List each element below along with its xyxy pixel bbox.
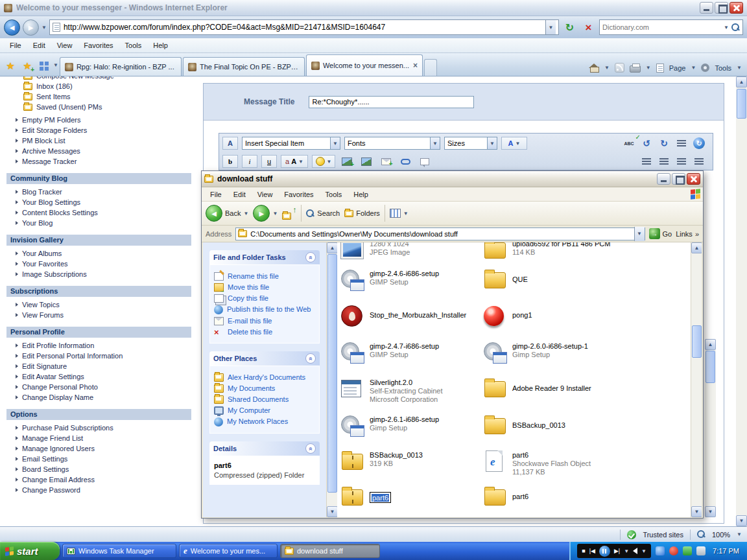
scroll-up-icon[interactable]: ▲ xyxy=(327,242,338,253)
next-track-icon[interactable]: ▶| xyxy=(614,548,620,554)
scroll-thumb[interactable] xyxy=(327,254,337,493)
sidebar-link[interactable]: Change Personal Photo xyxy=(6,382,191,392)
back-icon[interactable]: ◀ xyxy=(4,19,20,36)
numbered-list-icon[interactable] xyxy=(639,155,654,168)
file-list-scrollbar[interactable]: ▲ ▼ xyxy=(691,242,702,517)
task-pane-scrollbar[interactable]: ▲ ▼ xyxy=(326,242,337,517)
minimize-button[interactable] xyxy=(700,2,713,14)
file-item[interactable]: Silverlight.2.0Self-Extracting CabinetMi… xyxy=(341,377,480,404)
address-dropdown-icon[interactable]: ▼ xyxy=(634,227,645,241)
sidebar-link[interactable]: Edit Personal Portal Information xyxy=(6,351,191,361)
close-button[interactable] xyxy=(729,2,743,14)
favorites-star-icon[interactable]: ★ xyxy=(3,58,18,75)
scroll-down-icon[interactable]: ▼ xyxy=(736,515,747,526)
bullet-list-icon[interactable] xyxy=(656,155,672,168)
sidebar-link[interactable]: Empty PM Folders xyxy=(6,115,191,125)
tab-final-topic[interactable]: The Final Topic On PE - BZP F... xyxy=(183,57,305,76)
tab-rpg-halo[interactable]: Rpg: Halo: Re-ignition - BZP ... xyxy=(60,57,182,76)
sidebar-link[interactable]: Manage Ignored Users xyxy=(6,443,191,454)
start-button[interactable]: start xyxy=(0,542,60,560)
sidebar-link[interactable]: Edit Signature xyxy=(6,361,191,371)
sidebar-link[interactable]: Change Display Name xyxy=(6,392,191,402)
up-button[interactable]: ↑ xyxy=(282,207,296,220)
indent-icon[interactable] xyxy=(691,155,707,168)
file-item[interactable]: part6 xyxy=(484,485,623,509)
explorer-titlebar[interactable]: download stuff xyxy=(202,171,703,187)
menu-help[interactable]: Help xyxy=(348,189,374,200)
file-item[interactable]: Adobe Reader 9 Installer xyxy=(484,377,623,401)
sidebar-link[interactable]: Your Favorites xyxy=(6,259,191,269)
sidebar-link[interactable]: Your Albums xyxy=(6,248,191,259)
sidebar-link[interactable]: Edit Profile Information xyxy=(6,340,191,351)
print-icon[interactable] xyxy=(630,65,641,73)
sidebar-item-saved[interactable]: Saved (Unsent) PMs xyxy=(6,102,191,112)
redo-icon[interactable]: ↻ xyxy=(656,137,672,150)
file-item[interactable]: part6Shockwave Flash Object11,137 KB xyxy=(484,450,623,476)
scroll-thumb[interactable] xyxy=(706,351,715,383)
sidebar-link[interactable]: Message Tracker xyxy=(6,156,191,167)
insert-quote-icon[interactable] xyxy=(417,155,433,168)
tray-icon[interactable] xyxy=(683,546,692,555)
italic-button[interactable]: i xyxy=(242,155,257,168)
page-menu-icon[interactable] xyxy=(656,64,664,73)
zoom-level[interactable]: 100% xyxy=(712,531,730,539)
file-item[interactable]: upload6592 for PB11 486 PCM114 KB xyxy=(484,242,623,262)
scroll-up-icon[interactable]: ▲ xyxy=(691,242,702,253)
tools-menu-label[interactable]: Tools xyxy=(715,64,731,72)
collapse-chevron-icon[interactable]: » xyxy=(305,443,316,454)
menu-tools[interactable]: Tools xyxy=(119,40,148,51)
scroll-thumb[interactable] xyxy=(737,89,746,119)
page-menu-label[interactable]: Page xyxy=(669,64,686,72)
sidebar-link[interactable]: Content Blocks Settings xyxy=(6,207,191,218)
spellcheck-icon[interactable]: ABC✓ xyxy=(621,137,637,150)
menu-edit[interactable]: Edit xyxy=(27,40,51,51)
section-header[interactable]: File and Folder Tasks » xyxy=(209,250,320,264)
forward-icon[interactable]: ▶ xyxy=(23,19,39,36)
scroll-down-icon[interactable]: ▼ xyxy=(327,506,338,517)
address-input[interactable]: C:\Documents and Settings\Owner\My Docum… xyxy=(235,228,645,240)
menu-favorites[interactable]: Favorites xyxy=(78,40,119,51)
scroll-up-icon[interactable]: ▲ xyxy=(736,76,747,88)
taskbar-button-ie[interactable]: e Welcome to your mes... xyxy=(179,544,278,558)
home-icon[interactable] xyxy=(589,64,599,73)
page-scrollbar[interactable]: ▲ ▼ xyxy=(736,76,747,526)
place-my-computer[interactable]: My Computer xyxy=(214,406,315,415)
task-publish-file[interactable]: Publish this file to the Web xyxy=(214,305,315,314)
history-dropdown-icon[interactable]: ▼ xyxy=(42,25,47,30)
links-button[interactable]: Links » xyxy=(676,230,699,238)
file-item[interactable]: gimp-2.4.7-i686-setupGIMP Setup xyxy=(341,341,480,364)
place-shared-documents[interactable]: Shared Documents xyxy=(214,395,315,404)
sidebar-link[interactable]: Blog Tracker xyxy=(6,187,191,197)
outdent-icon[interactable] xyxy=(674,155,689,168)
task-email-file[interactable]: E-mail this file xyxy=(214,316,315,325)
tray-icon[interactable] xyxy=(696,546,706,555)
back-button[interactable]: ◀ Back ▼ xyxy=(206,205,248,222)
bold-button[interactable]: b xyxy=(222,155,238,168)
rss-feed-icon[interactable] xyxy=(615,63,624,73)
insert-image-icon[interactable]: + xyxy=(339,155,355,168)
sidebar-link[interactable]: Email Settings xyxy=(6,454,191,464)
scroll-thumb[interactable] xyxy=(692,325,702,358)
sidebar-link[interactable]: Change Password xyxy=(6,485,191,495)
menu-help[interactable]: Help xyxy=(147,40,174,51)
url-text[interactable]: http://www.bzpower.com/forum/index.php?C… xyxy=(64,23,542,32)
sidebar-link[interactable]: Change Email Address xyxy=(6,474,191,485)
sidebar-link[interactable]: Manage Friend List xyxy=(6,433,191,443)
menu-view[interactable]: View xyxy=(51,40,78,51)
url-dropdown-icon[interactable]: ▼ xyxy=(545,20,556,34)
back-dropdown-icon[interactable]: ▼ xyxy=(243,211,248,216)
previous-track-icon[interactable]: |◀ xyxy=(589,548,595,554)
sizes-dropdown[interactable]: Sizes▼ xyxy=(444,137,497,150)
folders-button[interactable]: Folders xyxy=(344,209,380,217)
place-my-documents[interactable]: My Documents xyxy=(214,384,315,393)
gear-icon[interactable] xyxy=(701,64,709,72)
add-favorite-icon[interactable]: ★+ xyxy=(19,58,35,75)
task-copy-file[interactable]: Copy this file xyxy=(214,294,315,303)
search-dropdown-icon[interactable]: ▼ xyxy=(724,25,729,30)
collapse-chevron-icon[interactable]: » xyxy=(305,252,316,262)
search-box[interactable]: Dictionary.com ▼ xyxy=(599,19,743,35)
media-dropdown-icon[interactable]: ▼ xyxy=(624,548,629,554)
scroll-up-icon[interactable]: ▲ xyxy=(705,339,716,350)
message-area-scrollbar[interactable]: ▲ ▼ xyxy=(705,339,716,517)
place-alex-hardys-documents[interactable]: Alex Hardy's Documents xyxy=(214,373,315,382)
